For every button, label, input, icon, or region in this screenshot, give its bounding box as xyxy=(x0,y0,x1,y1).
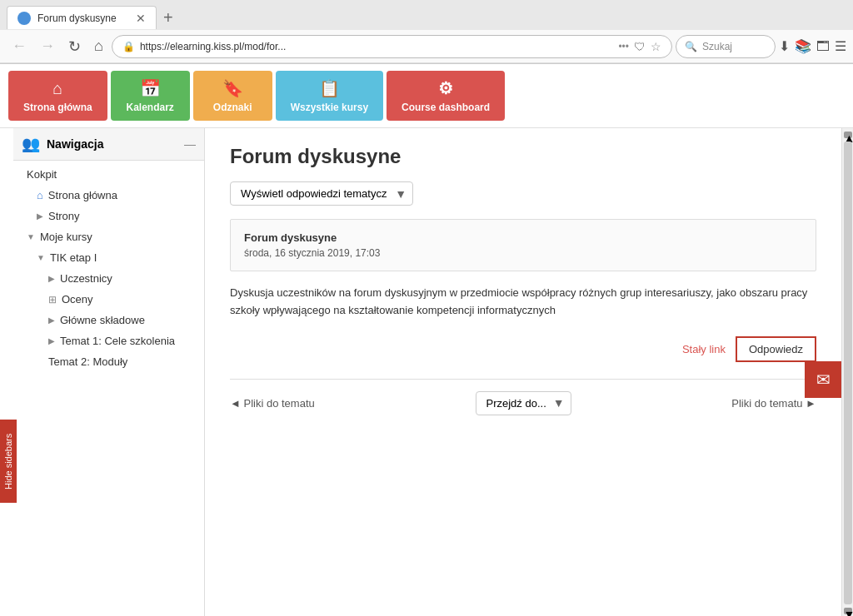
scrollbar[interactable]: ▲ ▼ xyxy=(841,128,853,616)
navigation-row: ◄ Pliki do tematu Przejdź do... ▼ Pliki … xyxy=(230,379,816,415)
sidebar-item-temat1[interactable]: ▶ Temat 1: Cele szkolenia xyxy=(13,330,204,351)
tik-etap-label: TIK etap I xyxy=(50,251,97,264)
url-text: https://elearning.kiss.pl/mod/for... xyxy=(140,41,614,52)
dashboard-toolbar-button[interactable]: ⚙ Course dashboard xyxy=(387,71,505,121)
browser-chrome: Forum dyskusyne ✕ + ← → ↻ ⌂ 🔒 https://el… xyxy=(0,0,853,64)
sidebar-navigation: Kokpit ⌂ Strona główna ▶ Strony ▼ Moje k… xyxy=(13,161,204,375)
browser-action-icons: ⬇ 📚 🗔 ☰ xyxy=(779,38,846,54)
forum-info-title: Forum dyskusyne xyxy=(244,231,802,244)
address-bar[interactable]: 🔒 https://elearning.kiss.pl/mod/for... •… xyxy=(112,35,672,58)
back-button[interactable]: ← xyxy=(7,34,32,58)
jump-to-dropdown-wrapper: Przejdź do... ▼ xyxy=(476,391,571,415)
address-dots: ••• xyxy=(618,41,629,52)
home-nav-icon: ⌂ xyxy=(37,189,43,201)
main-layout: Hide sidebars 👥 Nawigacja — Kokpit ⌂ Str… xyxy=(0,128,853,616)
display-mode-bar: Wyświetl odpowiedzi tematycz... ▼ xyxy=(230,181,816,206)
sidebar: 👥 Nawigacja — Kokpit ⌂ Strona główna ▶ S… xyxy=(13,128,205,616)
forum-info-box: Forum dyskusyne środa, 16 stycznia 2019,… xyxy=(230,219,816,271)
email-float-button[interactable]: ✉ xyxy=(805,361,841,398)
search-bar[interactable]: 🔍 Szukaj xyxy=(676,35,776,58)
permalink[interactable]: Stały link xyxy=(682,343,726,355)
badges-toolbar-button[interactable]: 🔖 Odznaki xyxy=(193,71,272,121)
prev-topic-link[interactable]: ◄ Pliki do tematu xyxy=(230,397,315,410)
sidebar-title: Nawigacja xyxy=(47,137,177,151)
page-title: Forum dyskusyne xyxy=(230,145,816,168)
strony-arrow-icon: ▶ xyxy=(37,211,43,221)
kokpit-label: Kokpit xyxy=(27,168,57,181)
temat2-label: Temat 2: Moduły xyxy=(48,355,127,368)
temat1-label: Temat 1: Cele szkolenia xyxy=(60,335,175,347)
temat1-arrow-icon: ▶ xyxy=(48,336,55,345)
scrollbar-thumb[interactable] xyxy=(844,142,852,604)
sidebar-item-tik-etap[interactable]: ▼ TIK etap I xyxy=(13,247,204,268)
sidebar-minimize-button[interactable]: — xyxy=(184,137,196,151)
sidebar-item-temat2[interactable]: Temat 2: Moduły xyxy=(13,351,204,372)
home-toolbar-label: Strona główna xyxy=(23,102,92,113)
tab-bar: Forum dyskusyne ✕ + xyxy=(0,0,853,30)
search-placeholder: Szukaj xyxy=(702,41,732,52)
email-icon: ✉ xyxy=(816,370,831,390)
moje-kursy-arrow-icon: ▼ xyxy=(27,232,35,241)
forum-description: Dyskusja uczestników na forum dyskusyjny… xyxy=(230,285,816,320)
refresh-button[interactable]: ↻ xyxy=(63,34,86,59)
uczestnicy-arrow-icon: ▶ xyxy=(48,274,55,283)
tab-title: Forum dyskusyne xyxy=(37,12,129,24)
calendar-toolbar-label: Kalendarz xyxy=(126,102,173,113)
dashboard-toolbar-label: Course dashboard xyxy=(402,102,490,113)
bookmark-icon: ☆ xyxy=(651,40,661,53)
scrollbar-up-arrow[interactable]: ▲ xyxy=(844,132,852,138)
sidebar-item-oceny[interactable]: ⊞ Oceny xyxy=(13,289,204,310)
uczestnicy-label: Uczestnicy xyxy=(60,272,112,285)
allcourses-toolbar-button[interactable]: 📋 Wszystkie kursy xyxy=(276,71,383,121)
sidebar-item-uczestnicy[interactable]: ▶ Uczestnicy xyxy=(13,268,204,289)
jump-to-select[interactable]: Przejdź do... xyxy=(476,391,571,415)
scrollbar-down-arrow[interactable]: ▼ xyxy=(844,608,852,614)
forum-info-date: środa, 16 stycznia 2019, 17:03 xyxy=(244,247,802,259)
oceny-grid-icon: ⊞ xyxy=(48,294,57,306)
sidebar-item-glowne[interactable]: ▶ Główne składowe xyxy=(13,310,204,330)
new-tab-button[interactable]: + xyxy=(157,8,180,27)
home-button[interactable]: ⌂ xyxy=(89,34,108,58)
oceny-label: Oceny xyxy=(62,293,93,306)
home-nav-label: Strona główna xyxy=(48,189,117,201)
badges-toolbar-icon: 🔖 xyxy=(222,78,243,98)
badges-toolbar-label: Odznaki xyxy=(213,102,252,113)
glowne-arrow-icon: ▶ xyxy=(48,315,55,325)
forward-button[interactable]: → xyxy=(35,34,60,58)
reply-button[interactable]: Odpowiedz xyxy=(736,336,816,362)
calendar-toolbar-icon: 📅 xyxy=(140,78,161,98)
menu-icon[interactable]: ☰ xyxy=(835,38,846,54)
moje-kursy-label: Moje kursy xyxy=(40,231,92,243)
bookmarks-icon[interactable]: 📚 xyxy=(795,38,811,54)
calendar-toolbar-button[interactable]: 📅 Kalendarz xyxy=(111,71,190,121)
sidebar-item-kokpit[interactable]: Kokpit xyxy=(13,164,204,185)
main-content: Forum dyskusyne Wyświetl odpowiedzi tema… xyxy=(205,128,841,616)
dashboard-toolbar-icon: ⚙ xyxy=(438,78,453,98)
lock-icon: 🔒 xyxy=(122,41,135,52)
hide-sidebars-tab[interactable]: Hide sidebars xyxy=(0,420,17,503)
tik-etap-arrow-icon: ▼ xyxy=(37,253,45,262)
download-icon[interactable]: ⬇ xyxy=(779,38,790,54)
reply-row: Stały link Odpowiedz xyxy=(230,336,816,362)
tab-favicon xyxy=(17,12,31,25)
glowne-label: Główne składowe xyxy=(60,314,145,326)
sidebar-item-home[interactable]: ⌂ Strona główna xyxy=(13,185,204,206)
next-topic-link[interactable]: Pliki do tematu ► xyxy=(731,397,816,410)
allcourses-toolbar-icon: 📋 xyxy=(319,78,340,98)
home-toolbar-button[interactable]: ⌂ Strona główna xyxy=(8,71,107,121)
main-toolbar: ⌂ Strona główna 📅 Kalendarz 🔖 Odznaki 📋 … xyxy=(0,64,853,128)
sidebar-item-moje-kursy[interactable]: ▼ Moje kursy xyxy=(13,226,204,247)
shield-icon: 🛡 xyxy=(634,40,646,53)
display-mode-select[interactable]: Wyświetl odpowiedzi tematycz... xyxy=(230,181,413,206)
active-tab[interactable]: Forum dyskusyne ✕ xyxy=(7,6,157,29)
tab-close-button[interactable]: ✕ xyxy=(136,12,146,25)
home-toolbar-icon: ⌂ xyxy=(52,79,62,98)
allcourses-toolbar-label: Wszystkie kursy xyxy=(291,102,368,113)
search-icon: 🔍 xyxy=(685,41,697,52)
strony-label: Strony xyxy=(48,210,80,222)
sidebar-item-strony[interactable]: ▶ Strony xyxy=(13,206,204,226)
display-mode-dropdown-wrapper: Wyświetl odpowiedzi tematycz... ▼ xyxy=(230,181,413,206)
extensions-icon[interactable]: 🗔 xyxy=(816,39,830,54)
navigation-bar: ← → ↻ ⌂ 🔒 https://elearning.kiss.pl/mod/… xyxy=(0,30,853,63)
navigation-icon: 👥 xyxy=(22,135,40,153)
